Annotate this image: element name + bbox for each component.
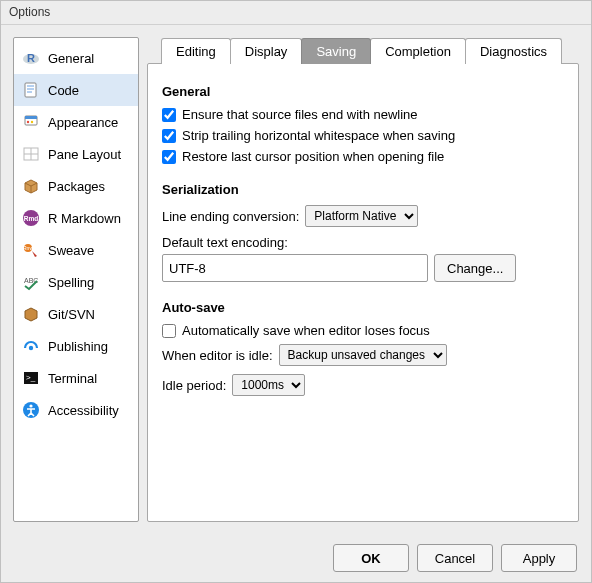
idle-action-row: When editor is idle: Backup unsaved chan… xyxy=(162,344,564,366)
line-ending-row: Line ending conversion: Platform Native xyxy=(162,205,564,227)
idle-period-label: Idle period: xyxy=(162,378,226,393)
tab-saving[interactable]: Saving xyxy=(301,38,371,64)
accessibility-icon xyxy=(22,401,40,419)
check-restore-cursor[interactable] xyxy=(162,150,176,164)
svg-point-18 xyxy=(29,346,33,350)
sidebar-item-accessibility[interactable]: Accessibility xyxy=(14,394,138,426)
svg-text:>_: >_ xyxy=(26,373,36,382)
svg-point-9 xyxy=(31,121,33,123)
r-logo-icon: R xyxy=(22,49,40,67)
sidebar-item-label: Sweave xyxy=(48,243,94,258)
sidebar-item-label: Packages xyxy=(48,179,105,194)
encoding-input[interactable] xyxy=(162,254,428,282)
sidebar-item-label: Git/SVN xyxy=(48,307,95,322)
tab-diagnostics[interactable]: Diagnostics xyxy=(465,38,562,64)
sidebar-item-code[interactable]: Code xyxy=(14,74,138,106)
rmd-icon: Rmd xyxy=(22,209,40,227)
check-newline[interactable] xyxy=(162,108,176,122)
idle-action-select[interactable]: Backup unsaved changes xyxy=(279,344,447,366)
check-restore-cursor-label: Restore last cursor position when openin… xyxy=(182,149,444,164)
line-ending-label: Line ending conversion: xyxy=(162,209,299,224)
sidebar-item-general[interactable]: R General xyxy=(14,42,138,74)
idle-period-select[interactable]: 1000ms xyxy=(232,374,305,396)
window-title: Options xyxy=(1,1,591,25)
terminal-icon: >_ xyxy=(22,369,40,387)
idle-period-row: Idle period: 1000ms xyxy=(162,374,564,396)
saving-panel: General Ensure that source files end wit… xyxy=(147,63,579,522)
svg-point-8 xyxy=(27,121,29,123)
tab-editing[interactable]: Editing xyxy=(161,38,231,64)
sidebar-item-label: General xyxy=(48,51,94,66)
encoding-row: Change... xyxy=(162,254,564,282)
check-newline-label: Ensure that source files end with newlin… xyxy=(182,107,418,122)
sidebar-item-appearance[interactable]: Appearance xyxy=(14,106,138,138)
sidebar-item-label: Appearance xyxy=(48,115,118,130)
sidebar-item-rmarkdown[interactable]: Rmd R Markdown xyxy=(14,202,138,234)
check-autosave-row: Automatically save when editor loses foc… xyxy=(162,323,564,338)
sidebar-item-packages[interactable]: Packages xyxy=(14,170,138,202)
svg-rect-7 xyxy=(25,116,37,119)
sidebar-item-git-svn[interactable]: Git/SVN xyxy=(14,298,138,330)
document-icon xyxy=(22,81,40,99)
check-restore-cursor-row: Restore last cursor position when openin… xyxy=(162,149,564,164)
sidebar-item-spelling[interactable]: ABC Spelling xyxy=(14,266,138,298)
options-window: Options R General Code Appearance xyxy=(0,0,592,583)
svg-text:Rnw: Rnw xyxy=(23,245,33,251)
check-strip-whitespace-label: Strip trailing horizontal whitespace whe… xyxy=(182,128,455,143)
sidebar: R General Code Appearance Pane xyxy=(13,37,139,522)
sidebar-item-publishing[interactable]: Publishing xyxy=(14,330,138,362)
sidebar-item-label: R Markdown xyxy=(48,211,121,226)
package-icon xyxy=(22,177,40,195)
sidebar-item-label: Pane Layout xyxy=(48,147,121,162)
panes-icon xyxy=(22,145,40,163)
sidebar-item-terminal[interactable]: >_ Terminal xyxy=(14,362,138,394)
tabs: Editing Display Saving Completion Diagno… xyxy=(161,37,579,63)
svg-point-22 xyxy=(29,404,32,407)
sidebar-item-sweave[interactable]: Rnw Sweave xyxy=(14,234,138,266)
sidebar-item-label: Code xyxy=(48,83,79,98)
content-area: Editing Display Saving Completion Diagno… xyxy=(147,37,579,522)
change-encoding-button[interactable]: Change... xyxy=(434,254,516,282)
check-autosave-on-blur[interactable] xyxy=(162,324,176,338)
sidebar-item-label: Spelling xyxy=(48,275,94,290)
sidebar-item-label: Publishing xyxy=(48,339,108,354)
sidebar-item-label: Accessibility xyxy=(48,403,119,418)
sweave-icon: Rnw xyxy=(22,241,40,259)
paint-icon xyxy=(22,113,40,131)
svg-rect-2 xyxy=(25,83,36,97)
sidebar-item-pane-layout[interactable]: Pane Layout xyxy=(14,138,138,170)
svg-text:Rmd: Rmd xyxy=(24,215,38,222)
window-body: R General Code Appearance Pane xyxy=(1,25,591,534)
dialog-footer: OK Cancel Apply xyxy=(1,534,591,582)
publishing-icon xyxy=(22,337,40,355)
encoding-label: Default text encoding: xyxy=(162,235,564,250)
tab-completion[interactable]: Completion xyxy=(370,38,466,64)
tab-display[interactable]: Display xyxy=(230,38,303,64)
idle-action-label: When editor is idle: xyxy=(162,348,273,363)
section-serialization-title: Serialization xyxy=(162,182,564,197)
ok-button[interactable]: OK xyxy=(333,544,409,572)
spelling-icon: ABC xyxy=(22,273,40,291)
check-strip-ws-row: Strip trailing horizontal whitespace whe… xyxy=(162,128,564,143)
apply-button[interactable]: Apply xyxy=(501,544,577,572)
check-autosave-on-blur-label: Automatically save when editor loses foc… xyxy=(182,323,430,338)
check-strip-whitespace[interactable] xyxy=(162,129,176,143)
section-autosave-title: Auto-save xyxy=(162,300,564,315)
sidebar-item-label: Terminal xyxy=(48,371,97,386)
svg-text:R: R xyxy=(27,52,35,64)
check-newline-row: Ensure that source files end with newlin… xyxy=(162,107,564,122)
box-icon xyxy=(22,305,40,323)
cancel-button[interactable]: Cancel xyxy=(417,544,493,572)
line-ending-select[interactable]: Platform Native xyxy=(305,205,418,227)
section-general-title: General xyxy=(162,84,564,99)
